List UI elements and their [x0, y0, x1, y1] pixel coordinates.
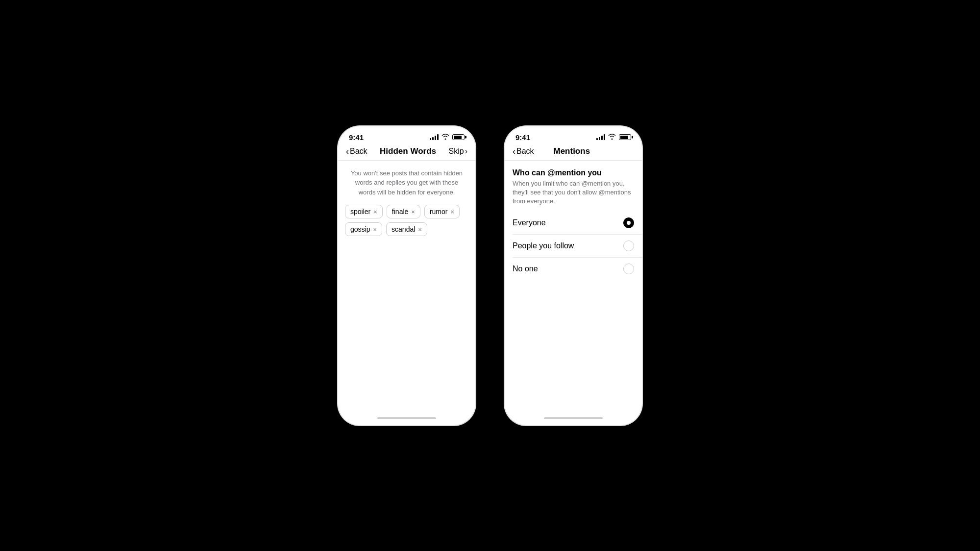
skip-chevron-icon: ›: [465, 147, 467, 156]
status-icons-2: [596, 134, 631, 141]
description-text-1: You won't see posts that contain hidden …: [338, 161, 475, 203]
tag-remove-icon[interactable]: ×: [411, 209, 415, 215]
tag-remove-icon[interactable]: ×: [373, 226, 377, 233]
option-label: Everyone: [513, 218, 546, 227]
option-label: People you follow: [513, 241, 574, 250]
radio-button[interactable]: [623, 264, 634, 274]
back-chevron-icon-2: ‹: [513, 147, 515, 156]
back-label-2: Back: [516, 147, 534, 156]
status-bar-1: 9:41: [338, 126, 475, 144]
nav-bar-1: ‹ Back Hidden Words Skip ›: [338, 144, 475, 160]
status-bar-2: 9:41: [505, 126, 642, 144]
nav-bar-2: ‹ Back Mentions: [505, 144, 642, 160]
skip-label: Skip: [449, 147, 464, 156]
home-indicator-1: [338, 414, 475, 425]
option-label: No one: [513, 264, 538, 273]
radio-button[interactable]: [623, 217, 634, 228]
tag-label: gossip: [350, 225, 370, 233]
tag-label: spoiler: [350, 208, 370, 216]
wifi-icon-2: [608, 134, 616, 141]
tag-item: finale×: [387, 205, 420, 218]
section-title: Who can @mention you: [513, 168, 634, 177]
back-label-1: Back: [350, 147, 368, 156]
battery-icon-2: [619, 134, 631, 140]
option-row[interactable]: No one: [505, 258, 642, 280]
screen-content-2: Who can @mention you When you limit who …: [505, 161, 642, 414]
signal-icon-2: [596, 134, 605, 140]
tag-label: scandal: [392, 225, 415, 233]
tags-container: spoiler×finale×rumor×gossip×scandal×: [338, 203, 475, 238]
wifi-icon-1: [441, 134, 449, 141]
page-title-2: Mentions: [553, 146, 590, 156]
screen-content-1: You won't see posts that contain hidden …: [338, 161, 475, 414]
back-button-2[interactable]: ‹ Back: [513, 147, 534, 156]
battery-icon-1: [452, 134, 465, 140]
option-row[interactable]: People you follow: [505, 235, 642, 257]
home-indicator-2: [505, 414, 642, 425]
phone-mentions: 9:41 ‹ Back Ment: [505, 126, 642, 425]
status-icons-1: [430, 134, 465, 141]
tag-remove-icon[interactable]: ×: [373, 209, 377, 215]
tag-remove-icon[interactable]: ×: [450, 209, 454, 215]
back-chevron-icon-1: ‹: [346, 147, 349, 156]
tag-item: scandal×: [386, 222, 427, 236]
phone-hidden-words: 9:41 ‹ Back Hidd: [338, 126, 475, 425]
options-list: Everyone People you follow No one: [505, 208, 642, 284]
section-subtitle: When you limit who can @mention you, the…: [513, 179, 634, 206]
radio-button[interactable]: [623, 240, 634, 251]
tag-item: gossip×: [345, 222, 382, 236]
tag-label: rumor: [430, 208, 448, 216]
option-row[interactable]: Everyone: [505, 212, 642, 234]
tag-remove-icon[interactable]: ×: [418, 226, 422, 233]
skip-button[interactable]: Skip ›: [449, 147, 467, 156]
tag-label: finale: [392, 208, 408, 216]
status-time-1: 9:41: [349, 133, 364, 142]
section-header: Who can @mention you When you limit who …: [505, 161, 642, 208]
tag-item: rumor×: [424, 205, 460, 218]
tag-item: spoiler×: [345, 205, 383, 218]
status-time-2: 9:41: [515, 133, 530, 142]
back-button-1[interactable]: ‹ Back: [346, 147, 368, 156]
page-title-1: Hidden Words: [380, 146, 436, 156]
signal-icon-1: [430, 134, 439, 140]
